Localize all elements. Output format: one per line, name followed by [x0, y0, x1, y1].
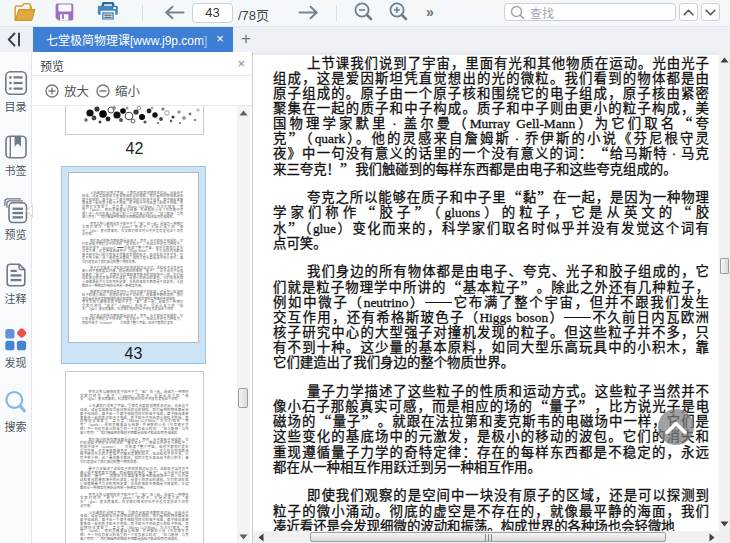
thumbnail-scrollbar[interactable] — [237, 106, 250, 543]
more-tools-button[interactable]: » — [426, 4, 433, 20]
bookmarks-icon — [4, 134, 28, 160]
thumbnail-text-line: 来三夸克！”我们触碰到的每样东西都是由电子和这些夸克组成的。 — [80, 431, 189, 435]
scroll-down-icon[interactable] — [237, 530, 250, 543]
thumbnail-paragraph: 我们身边的所有物体都是由电子、夸克、光子和胶子组成的，它们就是粒子物理学中所讲的… — [82, 239, 183, 264]
scroll-up-icon[interactable] — [719, 53, 730, 66]
document-tab[interactable]: 七堂极简物理课[www.j9p.com] × — [33, 27, 233, 52]
sidebar-item-search[interactable]: 搜索 — [0, 390, 31, 434]
main-toolbar: 43 /78页 » 查找 — [0, 0, 730, 27]
text-line: 交互作用，还有希格斯玻色子（Higgs boson）不久前日内瓦欧洲 — [273, 310, 709, 325]
scrollbar-thumb[interactable] — [238, 388, 248, 408]
thumbnail-list: 42 上节课我们说到了宇宙，里面有光和其他物质在运动。光由光子组成，这是爱因斯坦… — [32, 106, 252, 543]
text-line: 上节课我们说到了宇宙，里面有光和其他物质在运动。光由光子 — [273, 56, 709, 71]
page-42-figure — [66, 106, 203, 134]
thumbnail-page-43-selected[interactable]: 上节课我们说到了宇宙，里面有光和其他物质在运动。光由光子组成，这是爱因斯坦凭直觉… — [61, 166, 206, 364]
thumbnail-text-line: 都在从一种相互作用跃迁到另一种相互作用。 — [80, 486, 189, 490]
zoom-out-icon — [354, 2, 373, 21]
zoom-out-icon — [96, 84, 110, 98]
search-input[interactable]: 查找 — [504, 3, 676, 21]
search-icon — [510, 5, 526, 19]
text-line: 磁场的“量子”。就跟在法拉第和麦克斯韦的电磁场中一样，它们是 — [273, 414, 709, 429]
chevron-down-icon — [705, 9, 716, 16]
arrow-left-icon — [163, 5, 185, 20]
zoom-in-icon — [389, 2, 408, 21]
pdf-page: 上节课我们说到了宇宙，里面有光和其他物质在运动。光由光子组成，这是爱因斯坦凭直觉… — [253, 55, 719, 531]
thumbnail-zoom-out-button[interactable]: 缩小 — [96, 81, 140, 100]
active-panel-caret — [25, 204, 33, 218]
find-next-button[interactable] — [701, 3, 720, 21]
scrollbar-corner — [719, 531, 730, 543]
scroll-left-icon[interactable] — [254, 531, 267, 543]
thumbnail-page-42[interactable] — [65, 106, 204, 135]
sidebar-item-annotations[interactable]: 注释 — [0, 262, 31, 306]
save-button[interactable] — [54, 3, 75, 22]
prev-page-button[interactable] — [163, 5, 185, 20]
save-floppy-icon — [54, 3, 75, 22]
sidebar-item-toc[interactable]: 目录 — [0, 70, 31, 114]
thumbnail-text-line: 例如中微子（neutrino）它布满了整个宇宙，但并不跟我们发生 — [82, 321, 183, 325]
chevron-up-icon — [665, 421, 687, 434]
text-line: 我们身边的所有物体都是由电子、夸克、光子和胶子组成的，它 — [273, 264, 709, 279]
thumbnail-zoom-in-button[interactable]: 放大 — [45, 81, 89, 100]
thumbnail-label-43: 43 — [62, 345, 205, 363]
text-line: 组成，这是爱因斯坦凭直觉想出的光的微粒。我们看到的物体都是由 — [273, 71, 709, 86]
thumbnail-text-line: 都在从一种相互作用跃迁到另一种相互作用。 — [82, 284, 183, 288]
toolbar-separator — [142, 5, 143, 21]
scroll-right-icon[interactable] — [705, 531, 718, 543]
thumbnail-text-line: 来三夸克！”我们触碰到的每样东西都是由电子和这些夸克组成的。 — [80, 537, 189, 541]
zoom-in-button[interactable] — [389, 2, 408, 21]
open-file-button[interactable] — [14, 3, 37, 23]
search-placeholder: 查找 — [530, 4, 554, 21]
zoom-in-label: 放大 — [64, 81, 89, 100]
thumbnail-paragraph: 即使我们观察的是空间中一块没有原子的区域，还是可以探测到粒子的微小涌动。彻底的虚… — [82, 290, 183, 311]
thumbnail-text-line: 点可笑。 — [80, 504, 189, 508]
text-line: 水”（glue）变化而来的，科学家们取名时似乎并没有发觉这个词有 — [273, 221, 709, 236]
thumbnail-paragraph: 量子力学描述了这些粒子的性质和运动方式。这些粒子当然并不像小石子那般真实可感，而… — [82, 266, 183, 287]
thumbnail-text-line: 来三夸克！”我们触碰到的每样东西都是由电子和这些夸克组成的。 — [82, 216, 183, 220]
scroll-up-icon[interactable] — [237, 106, 250, 119]
text-line: 像小石子那般真实可感，而是相应的场的“量子”，比方说光子是电 — [273, 399, 709, 414]
sidebar-item-bookmarks[interactable]: 书签 — [0, 134, 31, 178]
tab-bar: 七堂极简物理课[www.j9p.com] × + — [0, 27, 730, 52]
paragraph: 夸克之所以能够在质子和中子里“黏”在一起，是因为一种物理学家们称作“胶子”（gl… — [273, 190, 709, 251]
zoom-out-button[interactable] — [354, 2, 373, 21]
text-line: 这些变化的基底场中的元激发，是极小的移动的波包。它们的消失和 — [273, 429, 709, 444]
sidebar-item-discover[interactable]: 发现 — [0, 326, 31, 370]
panel-close-icon[interactable]: × — [237, 56, 245, 71]
zoom-in-icon — [45, 84, 59, 98]
sidebar-item-label: 发现 — [0, 354, 31, 370]
page-number-input[interactable]: 43 — [192, 3, 233, 23]
scrollbar-thumb[interactable] — [720, 258, 729, 274]
vertical-scrollbar[interactable] — [719, 52, 730, 531]
find-previous-button[interactable] — [679, 3, 698, 21]
next-page-button[interactable] — [298, 5, 320, 20]
text-line: 夸克之所以能够在质子和中子里“黏”在一起，是因为一种物理 — [273, 190, 709, 205]
thumbnail-page-43: 上节课我们说到了宇宙，里面有光和其他物质在运动。光由光子组成，这是爱因斯坦凭直觉… — [68, 172, 199, 343]
thumbnail-text-line: 水”（glue）变化而来的，科学家们取名时似乎并没有发觉这个词有 — [80, 500, 189, 504]
thumbnail-page-44[interactable]: 夸克之所以能够在质子和中子里“黏”在一起，是因为一种物理学家们称作“胶子”（gl… — [65, 371, 204, 543]
arrow-right-icon — [298, 5, 320, 20]
collapse-tabs-icon[interactable] — [6, 32, 22, 47]
thumbnail-text-line: 点可笑。 — [82, 232, 183, 236]
print-button[interactable] — [96, 2, 119, 22]
text-line: 有不到十种。这少量的基本原料，如同大型乐高玩具中的小积木，靠 — [273, 340, 709, 355]
thumbnail-paragraph: 夸克之所以能够在质子和中子里“黏”在一起，是因为一种物理学家们称作“胶子”（gl… — [80, 493, 189, 508]
text-line: 们就是粒子物理学中所讲的“基本粒子”。除此之外还有几种粒子， — [273, 280, 709, 295]
page-total-label: /78页 — [238, 5, 269, 24]
new-tab-button[interactable]: + — [236, 29, 256, 49]
scroll-down-icon[interactable] — [719, 517, 730, 530]
paragraph: 上节课我们说到了宇宙，里面有光和其他物质在运动。光由光子组成，这是爱因斯坦凭直觉… — [273, 56, 709, 177]
text-line: 都在从一种相互作用跃迁到另一种相互作用。 — [273, 460, 709, 475]
text-line: 凑近看还是会发现细微的波动和振荡。构成世界的各种场也会轻微地 — [273, 519, 709, 531]
scrollbar-thumb[interactable] — [310, 532, 666, 542]
text-line: 它们建造出了我们身边的整个物质世界。 — [273, 355, 709, 370]
paragraph: 即使我们观察的是空间中一块没有原子的区域，还是可以探测到粒子的微小涌动。彻底的虚… — [273, 488, 709, 531]
thumbnail-text-line: 它们建造出了我们身边的整个物质世界。 — [82, 260, 183, 264]
text-line: 来三夸克！”我们触碰到的每样东西都是由电子和这些夸克组成的。 — [273, 162, 709, 177]
thumbnail-text-line: 水”（glue）变化而来的，科学家们取名时似乎并没有发觉这个词有 — [82, 229, 183, 233]
tab-close-icon[interactable]: × — [212, 31, 228, 47]
text-line: 例如中微子（neutrino）它布满了整个宇宙，但并不跟我们发生 — [273, 295, 709, 310]
horizontal-scrollbar[interactable] — [253, 531, 719, 543]
text-line: 学家们称作“胶子”（gluons）的粒子，它是从英文的“胶 — [273, 205, 709, 220]
back-to-top-button[interactable] — [658, 409, 694, 445]
